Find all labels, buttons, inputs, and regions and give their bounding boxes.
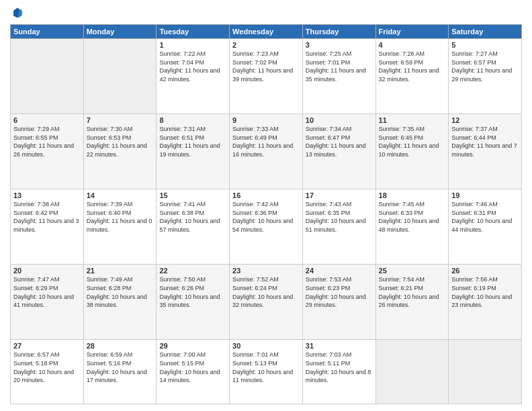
day-info: Sunrise: 7:01 AMSunset: 5:13 PMDaylight:… [232, 351, 300, 384]
day-number: 23 [232, 267, 300, 275]
day-cell: 31Sunrise: 7:03 AMSunset: 5:11 PMDayligh… [302, 340, 375, 404]
day-number: 10 [306, 116, 373, 124]
weekday-header-row: SundayMondayTuesdayWednesdayThursdayFrid… [11, 25, 522, 39]
day-cell: 1Sunrise: 7:22 AMSunset: 7:04 PMDaylight… [157, 39, 230, 114]
day-cell: 25Sunrise: 7:54 AMSunset: 6:21 PMDayligh… [375, 265, 449, 340]
day-info: Sunrise: 7:31 AMSunset: 6:51 PMDaylight:… [159, 125, 226, 158]
day-info: Sunrise: 7:26 AMSunset: 6:59 PMDaylight:… [379, 50, 446, 83]
weekday-header-saturday: Saturday [449, 25, 522, 39]
day-info: Sunrise: 6:59 AMSunset: 5:16 PMDaylight:… [87, 351, 154, 384]
day-number: 25 [379, 267, 446, 275]
day-info: Sunrise: 7:54 AMSunset: 6:21 PMDaylight:… [379, 275, 446, 309]
day-number: 5 [451, 41, 519, 49]
day-cell: 22Sunrise: 7:50 AMSunset: 6:26 PMDayligh… [157, 265, 230, 340]
page: SundayMondayTuesdayWednesdayThursdayFrid… [0, 0, 532, 411]
day-info: Sunrise: 7:46 AMSunset: 6:31 PMDaylight:… [451, 200, 519, 234]
weekday-header-tuesday: Tuesday [157, 25, 230, 39]
day-cell: 5Sunrise: 7:27 AMSunset: 6:57 PMDaylight… [449, 39, 522, 114]
day-info: Sunrise: 7:49 AMSunset: 6:28 PMDaylight:… [87, 275, 154, 309]
day-info: Sunrise: 7:30 AMSunset: 6:53 PMDaylight:… [87, 125, 154, 158]
logo-icon [11, 7, 24, 19]
week-row-1: 1Sunrise: 7:22 AMSunset: 7:04 PMDaylight… [11, 39, 522, 114]
day-info: Sunrise: 7:25 AMSunset: 7:01 PMDaylight:… [306, 50, 373, 83]
day-info: Sunrise: 7:41 AMSunset: 6:38 PMDaylight:… [159, 200, 226, 234]
day-info: Sunrise: 7:23 AMSunset: 7:02 PMDaylight:… [232, 50, 300, 83]
day-cell: 20Sunrise: 7:47 AMSunset: 6:29 PMDayligh… [11, 265, 84, 340]
day-number: 26 [451, 267, 519, 275]
day-number: 30 [232, 342, 300, 350]
day-cell: 18Sunrise: 7:45 AMSunset: 6:33 PMDayligh… [375, 189, 449, 265]
day-cell: 12Sunrise: 7:37 AMSunset: 6:44 PMDayligh… [449, 114, 522, 189]
day-info: Sunrise: 7:39 AMSunset: 6:40 PMDaylight:… [87, 200, 154, 234]
weekday-header-wednesday: Wednesday [230, 25, 303, 39]
day-number: 9 [232, 116, 300, 124]
day-cell: 16Sunrise: 7:42 AMSunset: 6:36 PMDayligh… [230, 189, 303, 265]
day-info: Sunrise: 7:43 AMSunset: 6:35 PMDaylight:… [306, 200, 373, 234]
day-cell: 27Sunrise: 6:57 AMSunset: 5:18 PMDayligh… [11, 340, 84, 404]
day-number: 14 [87, 191, 154, 199]
day-info: Sunrise: 7:00 AMSunset: 5:15 PMDaylight:… [159, 351, 226, 384]
day-cell: 6Sunrise: 7:29 AMSunset: 6:55 PMDaylight… [11, 114, 84, 189]
day-cell: 10Sunrise: 7:34 AMSunset: 6:47 PMDayligh… [302, 114, 375, 189]
day-number: 29 [159, 342, 226, 350]
day-number: 1 [159, 41, 226, 49]
day-info: Sunrise: 7:50 AMSunset: 6:26 PMDaylight:… [159, 275, 226, 309]
day-cell: 21Sunrise: 7:49 AMSunset: 6:28 PMDayligh… [83, 265, 157, 340]
day-number: 13 [13, 191, 81, 199]
weekday-header-friday: Friday [375, 25, 449, 39]
day-number: 15 [159, 191, 226, 199]
day-info: Sunrise: 7:03 AMSunset: 5:11 PMDaylight:… [306, 351, 373, 384]
day-cell [11, 39, 84, 114]
day-info: Sunrise: 7:56 AMSunset: 6:19 PMDaylight:… [451, 275, 519, 309]
day-number: 17 [306, 191, 373, 199]
logo-text [10, 7, 24, 19]
day-cell: 19Sunrise: 7:46 AMSunset: 6:31 PMDayligh… [449, 189, 522, 265]
day-number: 2 [232, 41, 300, 49]
day-number: 7 [87, 116, 154, 124]
day-cell: 4Sunrise: 7:26 AMSunset: 6:59 PMDaylight… [375, 39, 449, 114]
header [10, 7, 522, 19]
day-number: 16 [232, 191, 300, 199]
day-info: Sunrise: 7:33 AMSunset: 6:49 PMDaylight:… [232, 125, 300, 158]
day-cell: 9Sunrise: 7:33 AMSunset: 6:49 PMDaylight… [230, 114, 303, 189]
day-number: 3 [306, 41, 373, 49]
day-info: Sunrise: 7:27 AMSunset: 6:57 PMDaylight:… [451, 50, 519, 83]
day-number: 27 [13, 342, 81, 350]
day-number: 20 [13, 267, 81, 275]
day-number: 12 [451, 116, 519, 124]
day-number: 19 [451, 191, 519, 199]
day-number: 18 [379, 191, 446, 199]
day-cell: 3Sunrise: 7:25 AMSunset: 7:01 PMDaylight… [302, 39, 375, 114]
day-number: 8 [159, 116, 226, 124]
day-cell [83, 39, 157, 114]
weekday-header-thursday: Thursday [302, 25, 375, 39]
day-cell: 28Sunrise: 6:59 AMSunset: 5:16 PMDayligh… [83, 340, 157, 404]
day-cell: 29Sunrise: 7:00 AMSunset: 5:15 PMDayligh… [157, 340, 230, 404]
day-info: Sunrise: 7:53 AMSunset: 6:23 PMDaylight:… [306, 275, 373, 309]
day-info: Sunrise: 7:37 AMSunset: 6:44 PMDaylight:… [451, 125, 519, 158]
day-info: Sunrise: 7:22 AMSunset: 7:04 PMDaylight:… [159, 50, 226, 83]
weekday-header-monday: Monday [83, 25, 157, 39]
day-number: 22 [159, 267, 226, 275]
week-row-5: 27Sunrise: 6:57 AMSunset: 5:18 PMDayligh… [11, 340, 522, 404]
day-number: 24 [306, 267, 373, 275]
week-row-3: 13Sunrise: 7:38 AMSunset: 6:42 PMDayligh… [11, 189, 522, 265]
day-number: 11 [379, 116, 446, 124]
logo [10, 7, 24, 19]
day-cell [375, 340, 449, 404]
day-number: 31 [306, 342, 373, 350]
day-number: 21 [87, 267, 154, 275]
day-cell: 2Sunrise: 7:23 AMSunset: 7:02 PMDaylight… [230, 39, 303, 114]
day-cell: 24Sunrise: 7:53 AMSunset: 6:23 PMDayligh… [302, 265, 375, 340]
day-info: Sunrise: 7:42 AMSunset: 6:36 PMDaylight:… [232, 200, 300, 234]
day-cell: 7Sunrise: 7:30 AMSunset: 6:53 PMDaylight… [83, 114, 157, 189]
week-row-4: 20Sunrise: 7:47 AMSunset: 6:29 PMDayligh… [11, 265, 522, 340]
day-cell: 14Sunrise: 7:39 AMSunset: 6:40 PMDayligh… [83, 189, 157, 265]
day-number: 4 [379, 41, 446, 49]
day-cell: 13Sunrise: 7:38 AMSunset: 6:42 PMDayligh… [11, 189, 84, 265]
day-info: Sunrise: 6:57 AMSunset: 5:18 PMDaylight:… [13, 351, 81, 384]
day-cell: 30Sunrise: 7:01 AMSunset: 5:13 PMDayligh… [230, 340, 303, 404]
weekday-header-sunday: Sunday [11, 25, 84, 39]
day-info: Sunrise: 7:52 AMSunset: 6:24 PMDaylight:… [232, 275, 300, 309]
day-number: 28 [87, 342, 154, 350]
